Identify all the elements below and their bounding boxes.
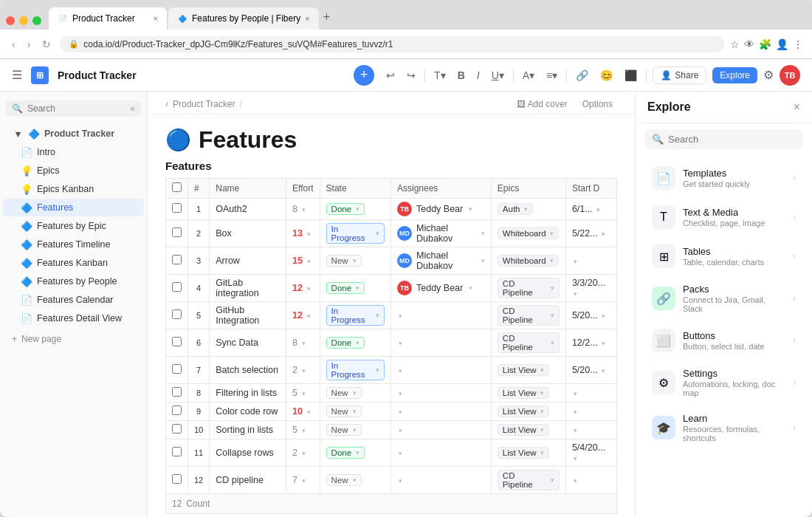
cell-assignees[interactable]: ▾ bbox=[390, 329, 491, 357]
status-badge[interactable]: Done ▾ bbox=[326, 282, 365, 294]
cell-state[interactable]: New ▾ bbox=[320, 247, 390, 275]
cell-name[interactable]: OAuth2 bbox=[210, 199, 286, 220]
row-checkbox[interactable] bbox=[172, 364, 182, 374]
assignee-dropdown[interactable]: ▾ bbox=[469, 205, 472, 213]
cell-state[interactable]: In Progress ▾ bbox=[320, 302, 390, 329]
effort-dropdown[interactable]: ▾ bbox=[302, 450, 306, 457]
epic-badge[interactable]: CD Pipeline ▾ bbox=[498, 470, 560, 490]
search-input[interactable] bbox=[27, 103, 125, 114]
cell-epics[interactable]: List View ▾ bbox=[491, 357, 565, 384]
status-badge[interactable]: New ▾ bbox=[326, 387, 362, 399]
cell-assignees[interactable]: ▾ bbox=[390, 384, 491, 403]
status-badge[interactable]: New ▾ bbox=[326, 405, 362, 417]
tab-features-by-people[interactable]: 🔷 Features by People | Fibery × bbox=[168, 7, 319, 30]
cell-name[interactable]: GitLab integration bbox=[210, 275, 286, 302]
cell-assignees[interactable]: ▾ bbox=[390, 467, 491, 494]
cell-checkbox[interactable] bbox=[166, 275, 188, 302]
cell-state[interactable]: Done ▾ bbox=[320, 199, 390, 220]
explore-item-packs[interactable]: 🔗 Packs Connect to Jira, Gmail, Slack › bbox=[640, 276, 808, 321]
sidebar-item-features-by-epic[interactable]: 🔷 Features by Epic bbox=[3, 217, 144, 235]
epic-badge[interactable]: CD Pipeline ▾ bbox=[498, 278, 560, 298]
effort-dropdown[interactable]: ▾ bbox=[307, 408, 311, 416]
cell-assignees[interactable]: ▾ bbox=[390, 357, 491, 384]
date-dropdown[interactable]: ▾ bbox=[574, 390, 577, 397]
cell-checkbox[interactable] bbox=[166, 302, 188, 329]
tab-close-2[interactable]: × bbox=[305, 14, 309, 23]
cell-checkbox[interactable] bbox=[166, 220, 188, 247]
effort-dropdown[interactable]: ▾ bbox=[307, 258, 311, 265]
effort-dropdown[interactable]: ▾ bbox=[307, 285, 311, 292]
cell-checkbox[interactable] bbox=[166, 199, 188, 220]
cell-state[interactable]: Done ▾ bbox=[320, 439, 390, 467]
font-button[interactable]: T▾ bbox=[431, 66, 449, 84]
sidebar-item-features-detail[interactable]: 📄 Features Detail View bbox=[3, 309, 144, 327]
bold-button[interactable]: B bbox=[455, 66, 468, 84]
assignee-dropdown[interactable]: ▾ bbox=[481, 257, 485, 264]
cell-assignees[interactable]: ▾ bbox=[390, 302, 491, 329]
sidebar-item-epics-kanban[interactable]: 💡 Epics Kanban bbox=[3, 180, 144, 198]
cell-assignees[interactable]: ▾ bbox=[390, 439, 491, 467]
cell-epics[interactable]: CD Pipeline ▾ bbox=[491, 275, 565, 302]
cell-state[interactable]: New ▾ bbox=[320, 421, 390, 439]
effort-dropdown[interactable]: ▾ bbox=[302, 340, 306, 347]
cell-state[interactable]: In Progress ▾ bbox=[320, 220, 390, 247]
epic-badge[interactable]: List View ▾ bbox=[498, 387, 549, 399]
row-checkbox[interactable] bbox=[172, 203, 182, 213]
cell-checkbox[interactable] bbox=[166, 384, 188, 403]
effort-dropdown[interactable]: ▾ bbox=[307, 230, 311, 238]
cell-epics[interactable]: CD Pipeline ▾ bbox=[491, 302, 565, 329]
explore-item-buttons[interactable]: ⬜ Buttons Button, select list, date › bbox=[640, 321, 808, 360]
settings-button[interactable]: ⚙ bbox=[763, 68, 774, 82]
row-checkbox[interactable] bbox=[172, 227, 182, 237]
row-checkbox[interactable] bbox=[172, 337, 182, 346]
assignee-dropdown[interactable]: ▾ bbox=[469, 284, 472, 292]
breadcrumb-parent[interactable]: Product Tracker bbox=[173, 99, 235, 109]
status-badge[interactable]: In Progress ▾ bbox=[326, 223, 385, 244]
effort-dropdown[interactable]: ▾ bbox=[302, 427, 306, 434]
row-checkbox[interactable] bbox=[172, 424, 182, 434]
date-dropdown[interactable]: ▾ bbox=[574, 258, 577, 265]
status-badge[interactable]: New ▾ bbox=[326, 474, 362, 486]
explore-item-templates[interactable]: 📄 Templates Get started quickly › bbox=[640, 159, 808, 197]
sidebar-item-product-tracker[interactable]: ▾ 🔷 Product Tracker bbox=[3, 125, 144, 143]
assignee-dropdown-empty[interactable]: ▾ bbox=[399, 390, 402, 397]
cell-name[interactable]: Batch selection bbox=[210, 357, 286, 384]
col-effort[interactable]: Effort bbox=[286, 179, 320, 199]
assignee-dropdown-empty[interactable]: ▾ bbox=[399, 427, 402, 434]
date-dropdown[interactable]: ▾ bbox=[602, 367, 605, 374]
date-dropdown[interactable]: ▾ bbox=[574, 427, 577, 434]
cell-state[interactable]: New ▾ bbox=[320, 467, 390, 494]
date-dropdown[interactable]: ▾ bbox=[574, 290, 577, 298]
cell-checkbox[interactable] bbox=[166, 357, 188, 384]
col-start-date[interactable]: Start D bbox=[565, 179, 616, 199]
eye-icon[interactable]: 👁 bbox=[744, 38, 754, 50]
new-page-button[interactable]: + New page bbox=[3, 331, 144, 347]
undo-button[interactable]: ↩ bbox=[383, 66, 398, 84]
fullscreen-traffic-light[interactable] bbox=[32, 16, 41, 25]
text-color-button[interactable]: A▾ bbox=[520, 66, 537, 84]
url-bar[interactable]: 🔒 coda.io/d/Product-Tracker_dpJG-Cm9lKz/… bbox=[60, 36, 724, 52]
explore-close-button[interactable]: × bbox=[794, 100, 800, 114]
explore-item-settings[interactable]: ⚙ Settings Automations, locking, doc map… bbox=[640, 360, 808, 405]
cell-checkbox[interactable] bbox=[166, 329, 188, 357]
date-dropdown[interactable]: ▾ bbox=[574, 455, 577, 462]
share-button[interactable]: 👤 Share bbox=[653, 66, 706, 84]
status-badge[interactable]: In Progress ▾ bbox=[326, 360, 385, 380]
cell-state[interactable]: In Progress ▾ bbox=[320, 357, 390, 384]
options-button[interactable]: Options bbox=[578, 97, 617, 111]
epic-badge[interactable]: CD Pipeline ▾ bbox=[498, 332, 560, 353]
align-button[interactable]: ≡▾ bbox=[543, 66, 560, 84]
cell-state[interactable]: New ▾ bbox=[320, 384, 390, 403]
emoji-button[interactable]: 😊 bbox=[597, 66, 616, 84]
sidebar-collapse-icon[interactable]: « bbox=[130, 103, 135, 114]
breadcrumb-back-icon[interactable]: ‹ bbox=[165, 99, 168, 109]
cell-state[interactable]: New ▾ bbox=[320, 403, 390, 421]
effort-dropdown[interactable]: ▾ bbox=[302, 477, 306, 485]
assignee-dropdown-empty[interactable]: ▾ bbox=[399, 340, 402, 347]
tab-product-tracker[interactable]: 📄 Product Tracker × bbox=[49, 7, 167, 30]
status-badge[interactable]: Done ▾ bbox=[326, 447, 365, 459]
cell-epics[interactable]: Whiteboard ▾ bbox=[491, 247, 565, 275]
assignee-dropdown-empty[interactable]: ▾ bbox=[399, 312, 402, 320]
cell-name[interactable]: Filtering in lists bbox=[210, 384, 286, 403]
epic-badge[interactable]: Whiteboard ▾ bbox=[498, 227, 559, 239]
